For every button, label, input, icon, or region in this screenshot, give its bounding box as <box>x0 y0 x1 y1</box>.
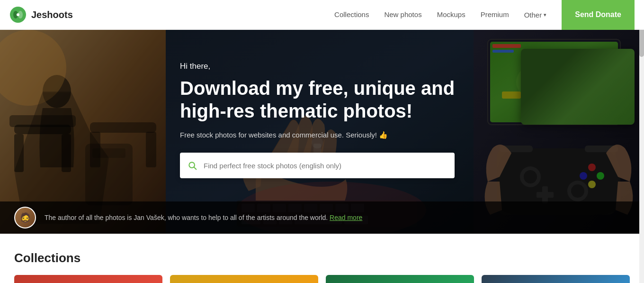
collections-title: Collections <box>14 251 630 265</box>
search-input[interactable] <box>204 153 455 178</box>
svg-line-61 <box>194 167 197 170</box>
nav-other-dropdown[interactable]: Other ▾ <box>524 11 547 19</box>
avatar: 🧔 <box>14 207 36 228</box>
nav-link-mockups[interactable]: Mockups <box>437 10 465 18</box>
brand-logo-link[interactable]: Jeshoots <box>9 6 73 23</box>
hero-subtitle: Free stock photos for websites and comme… <box>180 131 597 139</box>
collections-section: Collections <box>0 234 644 283</box>
scrollbar[interactable] <box>639 0 644 283</box>
collections-grid <box>14 275 630 283</box>
navbar: Jeshoots Collections New photos Mockups … <box>0 0 644 30</box>
chevron-down-icon: ▾ <box>544 12 546 18</box>
nav-link-other[interactable]: Other <box>524 11 542 19</box>
search-icon <box>180 161 204 170</box>
nav-link-new-photos[interactable]: New photos <box>384 10 421 18</box>
author-read-more-link[interactable]: Read more <box>330 214 362 221</box>
svg-point-3 <box>17 13 19 16</box>
nav-link-collections[interactable]: Collections <box>334 10 369 18</box>
author-text: The author of all the photos is Jan Vaše… <box>45 214 362 221</box>
author-bar: 🧔 The author of all the photos is Jan Va… <box>0 201 644 234</box>
collection-card[interactable] <box>14 275 162 283</box>
nav-link-premium[interactable]: Premium <box>481 10 509 18</box>
hero-greeting: Hi there, <box>180 62 597 71</box>
collection-card[interactable] <box>326 275 474 283</box>
hero-content: Hi there, Download my free, unique and h… <box>0 30 644 210</box>
hero-title: Download my free, unique and high-res th… <box>180 77 474 122</box>
collection-card[interactable] <box>170 275 318 283</box>
brand-name: Jeshoots <box>31 9 73 20</box>
donate-button[interactable]: Send Donate <box>562 0 635 30</box>
brand-logo-icon <box>9 6 27 23</box>
search-bar <box>180 153 455 178</box>
nav-links: Collections New photos Mockups Premium O… <box>334 10 546 19</box>
hero-section: Hi there, Download my free, unique and h… <box>0 30 644 234</box>
search-svg-icon <box>188 161 197 170</box>
collection-card[interactable] <box>482 275 630 283</box>
